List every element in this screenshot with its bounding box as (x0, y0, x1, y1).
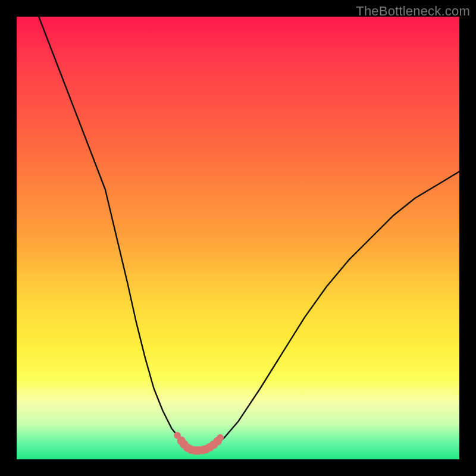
chart-frame: TheBottleneck.com (0, 0, 476, 476)
bottleneck-curve (39, 17, 459, 450)
trough-dots (174, 432, 224, 455)
trough-dot (217, 434, 224, 441)
plot-area (17, 17, 459, 459)
curve-svg (17, 17, 459, 459)
